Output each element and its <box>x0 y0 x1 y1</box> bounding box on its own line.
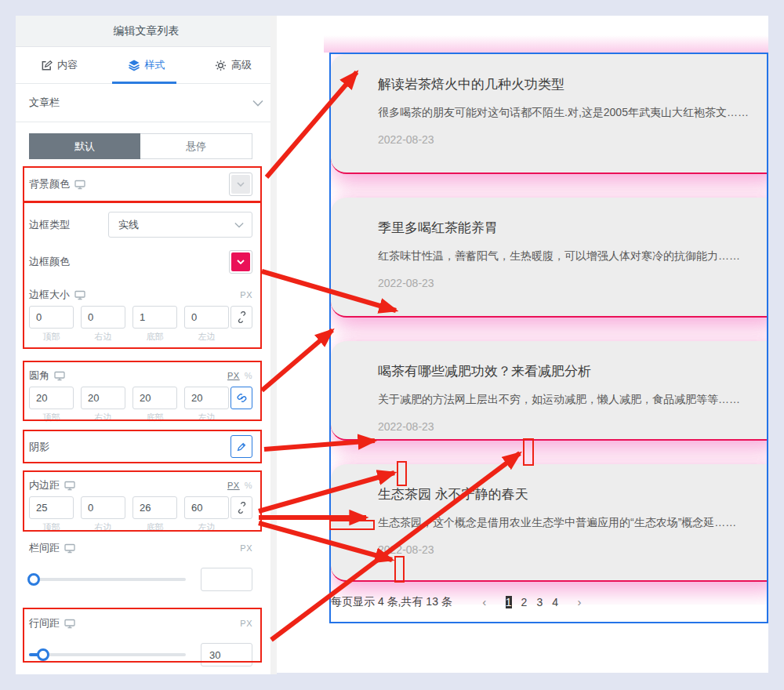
chevron-down-icon <box>237 182 245 187</box>
background-color-picker[interactable] <box>229 172 252 196</box>
dimension-input[interactable] <box>29 387 74 409</box>
control-row-gap: 行间距 PX <box>29 608 252 666</box>
unit-px[interactable]: PX <box>227 371 240 380</box>
dimension-input[interactable] <box>184 306 229 329</box>
tab-content[interactable]: 内容 <box>16 47 103 83</box>
dimension-input[interactable] <box>184 496 229 519</box>
article-list-widget[interactable]: 解读岩茶焙火中的几种火功类型 很多喝茶的朋友可能对这句话都不陌生.对,这是200… <box>329 53 768 623</box>
dimension-input[interactable] <box>132 306 177 329</box>
dimension-side-label: 底部 <box>132 521 177 533</box>
control-label: 边框类型 <box>29 218 70 232</box>
article-date: 2022-08-23 <box>378 420 767 433</box>
article-title[interactable]: 生态茶园 永不宁静的春天 <box>378 485 767 503</box>
next-page-button[interactable]: › <box>568 584 591 620</box>
control-label: 圆角 <box>29 369 49 383</box>
article-card[interactable]: 生态茶园 永不宁静的春天 生态茶园，这个概念是借用农业生态学中普遍应用的“生态农… <box>331 464 767 582</box>
background-color-swatch <box>231 175 250 194</box>
control-shadow: 阴影 <box>29 430 252 463</box>
dimension-side-label: 右边 <box>81 521 125 533</box>
dimension-input[interactable] <box>132 496 177 519</box>
tab-style[interactable]: 样式 <box>103 47 190 83</box>
dimension-input[interactable] <box>29 496 74 519</box>
article-card[interactable]: 季里多喝红茶能养胃 红茶味甘性温，善蓄阳气，生热暖腹，可以增强人体对寒冷的抗御能… <box>331 198 767 318</box>
tab-label: 样式 <box>145 58 165 72</box>
border-color-swatch <box>231 252 250 271</box>
unit-percent[interactable]: % <box>245 481 252 490</box>
link-values-button[interactable] <box>230 387 252 409</box>
dimension-input[interactable] <box>184 387 229 409</box>
advanced-icon <box>215 60 227 71</box>
unit-label: PX <box>240 543 252 553</box>
border-color-picker[interactable] <box>229 250 252 274</box>
dimension-input[interactable] <box>81 387 125 409</box>
editor-panel: 编辑文章列表 内容 样式 高级 文章栏 默认 <box>16 16 277 674</box>
unlink-values-button[interactable] <box>230 306 252 329</box>
row-gap-label-row: 行间距 PX <box>29 608 252 630</box>
section-title: 文章栏 <box>29 96 60 110</box>
tab-label: 内容 <box>57 58 78 72</box>
article-date: 2022-08-23 <box>378 277 767 289</box>
layers-icon <box>128 59 140 71</box>
monitor-icon <box>74 180 85 190</box>
dimension-input[interactable] <box>81 306 125 329</box>
pencil-icon <box>236 441 247 452</box>
section-article-column[interactable]: 文章栏 <box>16 84 277 122</box>
page-button-3[interactable]: 3 <box>536 596 543 608</box>
unit-label: PX <box>240 619 252 628</box>
dimension-side-label: 左边 <box>184 331 229 343</box>
control-label: 阴影 <box>29 440 49 454</box>
edit-shadow-button[interactable] <box>230 435 252 458</box>
article-title[interactable]: 解读岩茶焙火中的几种火功类型 <box>378 75 767 93</box>
radius-label-row: 圆角 PX % <box>29 361 252 383</box>
article-cards: 解读岩茶焙火中的几种火功类型 很多喝茶的朋友可能对这句话都不陌生.对,这是200… <box>331 54 767 605</box>
article-card[interactable]: 解读岩茶焙火中的几种火功类型 很多喝茶的朋友可能对这句话都不陌生.对,这是200… <box>331 54 767 174</box>
tab-advanced[interactable]: 高级 <box>190 47 277 83</box>
column-gap-input[interactable] <box>201 568 252 591</box>
unit-percent[interactable]: % <box>245 371 252 380</box>
article-excerpt: 很多喝茶的朋友可能对这句话都不陌生.对,这是2005年武夷山大红袍茶文…… <box>378 106 767 120</box>
article-title[interactable]: 喝茶有哪些减肥功效？来看减肥分析 <box>378 362 767 380</box>
panel-scrollbar[interactable] <box>270 16 277 674</box>
article-card[interactable]: 喝茶有哪些减肥功效？来看减肥分析 关于减肥的方法网上层出不穷，如运动减肥，懒人减… <box>331 341 767 441</box>
prev-page-button[interactable]: ‹ <box>473 584 496 620</box>
page-button-4[interactable]: 4 <box>552 596 558 608</box>
column-gap-label-row: 栏间距 PX <box>29 541 252 555</box>
column-gap-slider[interactable] <box>29 578 186 581</box>
tab-label: 高级 <box>231 58 252 72</box>
dimension-side-label: 顶部 <box>29 521 74 533</box>
dimension-input[interactable] <box>29 306 74 329</box>
page-button-1[interactable]: 1 <box>506 596 512 608</box>
dimension-side-label: 顶部 <box>29 331 74 343</box>
padding-label-row: 内边距 PX % <box>29 471 252 492</box>
monitor-icon <box>64 619 75 629</box>
control-column-gap: 栏间距 PX <box>29 541 252 591</box>
border-type-select[interactable]: 实线 <box>108 212 252 238</box>
article-excerpt: 生态茶园，这个概念是借用农业生态学中普遍应用的“生态农场”概念延…… <box>378 516 767 530</box>
row-gap-input[interactable] <box>201 643 252 666</box>
pagination-summary: 每页显示 4 条,共有 13 条 <box>331 595 452 609</box>
state-hover-button[interactable]: 悬停 <box>140 133 252 159</box>
control-label: 边框颜色 <box>29 255 70 269</box>
article-excerpt: 关于减肥的方法网上层出不穷，如运动减肥，懒人减肥，食品减肥等等…… <box>378 393 767 407</box>
state-default-button[interactable]: 默认 <box>29 133 140 159</box>
slider-handle[interactable] <box>37 648 49 661</box>
dimension-side-label: 顶部 <box>29 412 74 423</box>
border-width-label-row: 边框大小 PX <box>29 288 252 302</box>
dimension-side-label: 底部 <box>132 412 177 423</box>
border-type-row: 边框类型 实线 <box>29 212 252 238</box>
slider-handle[interactable] <box>27 573 40 586</box>
page-button-2[interactable]: 2 <box>521 596 528 608</box>
unit-px[interactable]: PX <box>227 481 240 490</box>
control-padding: 内边距 PX % 顶部右边底部左边 <box>29 471 252 533</box>
link-icon <box>236 392 248 404</box>
dimension-input[interactable] <box>132 387 177 409</box>
pagination-nav: ‹ 1234 › <box>473 584 601 620</box>
preview-canvas: 解读岩茶焙火中的几种火功类型 很多喝茶的朋友可能对这句话都不陌生.对,这是200… <box>277 16 768 673</box>
row-gap-slider[interactable] <box>29 653 186 656</box>
panel-tabs: 内容 样式 高级 <box>16 47 277 84</box>
article-title[interactable]: 季里多喝红茶能养胃 <box>378 219 767 237</box>
article-excerpt: 红茶味甘性温，善蓄阳气，生热暖腹，可以增强人体对寒冷的抗御能力…… <box>378 249 767 263</box>
unlink-values-button[interactable] <box>230 496 252 519</box>
chevron-down-icon <box>234 222 244 228</box>
dimension-input[interactable] <box>81 496 125 519</box>
